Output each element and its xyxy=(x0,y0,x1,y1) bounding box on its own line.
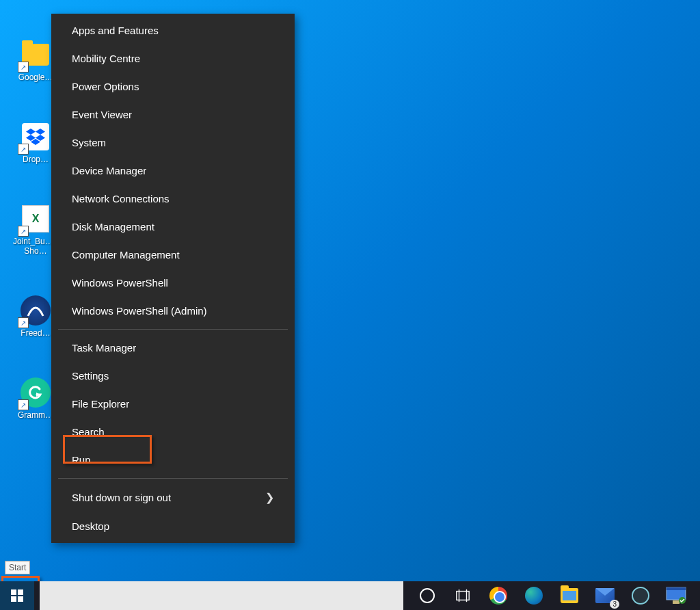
menu-item-label: Disk Management xyxy=(72,221,154,233)
menu-item-disk-management[interactable]: Disk Management xyxy=(51,213,295,241)
svg-rect-10 xyxy=(667,587,686,590)
menu-item-label: Mobility Centre xyxy=(72,53,140,64)
menu-item-label: Windows PowerShell (Admin) xyxy=(72,305,207,317)
taskbar-app-edge[interactable] xyxy=(522,584,546,607)
menu-item-label: Power Options xyxy=(72,81,139,92)
menu-item-system[interactable]: System xyxy=(51,129,295,157)
menu-item-label: File Explorer xyxy=(72,398,129,410)
taskbar-app-mail[interactable]: 3 xyxy=(593,584,617,607)
menu-item-powershell[interactable]: Windows PowerShell xyxy=(51,269,295,297)
taskbar-app-generic[interactable] xyxy=(629,584,652,607)
menu-item-label: System xyxy=(72,137,106,148)
start-button[interactable] xyxy=(0,581,34,610)
menu-item-label: Event Viewer xyxy=(72,109,132,120)
menu-separator xyxy=(58,478,288,479)
menu-item-shutdown[interactable]: Shut down or sign out ❯ xyxy=(51,483,295,512)
taskbar-tray: 3 xyxy=(403,581,700,610)
menu-item-event-viewer[interactable]: Event Viewer xyxy=(51,101,295,129)
menu-item-power-options[interactable]: Power Options xyxy=(51,72,295,101)
menu-item-powershell-admin[interactable]: Windows PowerShell (Admin) xyxy=(51,297,295,325)
svg-marker-1 xyxy=(36,129,45,135)
taskbar-app-remote[interactable] xyxy=(664,584,688,607)
menu-item-run[interactable]: Run xyxy=(51,446,295,474)
mail-badge: 3 xyxy=(610,600,619,609)
desktop-icon-label: Google… xyxy=(18,72,53,82)
menu-item-label: Settings xyxy=(72,370,109,382)
windows-logo-icon xyxy=(11,589,23,602)
monitor-icon xyxy=(666,587,686,605)
cortana-icon xyxy=(420,588,435,603)
taskbar-app-chrome[interactable] xyxy=(487,584,510,607)
file-explorer-icon xyxy=(561,588,578,603)
winx-context-menu: Apps and Features Mobility Centre Power … xyxy=(51,14,295,543)
menu-item-label: Desktop xyxy=(72,520,109,532)
menu-item-label: Run xyxy=(72,454,91,466)
menu-item-settings[interactable]: Settings xyxy=(51,362,295,390)
menu-separator xyxy=(58,329,288,330)
svg-rect-6 xyxy=(457,592,469,600)
menu-item-label: Apps and Features xyxy=(72,25,159,36)
shortcut-arrow-icon: ↗ xyxy=(18,144,29,155)
desktop-icon-label: Drop… xyxy=(23,155,49,164)
menu-item-label: Search xyxy=(72,426,105,438)
app-icon xyxy=(632,587,649,605)
chevron-right-icon: ❯ xyxy=(265,491,274,504)
menu-item-label: Computer Management xyxy=(72,249,180,261)
menu-item-mobility-centre[interactable]: Mobility Centre xyxy=(51,44,295,72)
start-tooltip: Start xyxy=(5,561,30,574)
menu-item-task-manager[interactable]: Task Manager xyxy=(51,334,295,362)
menu-item-device-manager[interactable]: Device Manager xyxy=(51,157,295,185)
task-view-icon xyxy=(455,588,470,603)
menu-item-desktop[interactable]: Desktop xyxy=(51,512,295,540)
shortcut-arrow-icon: ↗ xyxy=(18,317,29,328)
menu-item-label: Network Connections xyxy=(72,193,170,204)
svg-rect-11 xyxy=(673,600,679,604)
task-view-button[interactable] xyxy=(451,584,474,607)
svg-marker-0 xyxy=(26,129,36,135)
menu-item-computer-management[interactable]: Computer Management xyxy=(51,241,295,269)
menu-item-search[interactable]: Search xyxy=(51,418,295,446)
shortcut-arrow-icon: ↗ xyxy=(18,399,29,410)
menu-item-apps-features[interactable]: Apps and Features xyxy=(51,16,295,44)
taskbar-app-file-explorer[interactable] xyxy=(558,584,581,607)
menu-item-network-connections[interactable]: Network Connections xyxy=(51,185,295,213)
menu-item-label: Windows PowerShell xyxy=(72,277,168,289)
edge-icon xyxy=(525,587,543,605)
menu-item-label: Task Manager xyxy=(72,342,136,354)
chrome-icon xyxy=(489,587,507,605)
menu-item-file-explorer[interactable]: File Explorer xyxy=(51,390,295,418)
cortana-button[interactable] xyxy=(416,584,439,607)
menu-item-label: Device Manager xyxy=(72,165,146,176)
taskbar-search-area[interactable] xyxy=(40,581,403,610)
desktop-icon-label: Freed… xyxy=(21,328,50,338)
taskbar: 3 xyxy=(0,581,700,610)
shortcut-arrow-icon: ↗ xyxy=(18,62,29,72)
menu-item-label: Shut down or sign out xyxy=(72,492,171,503)
shortcut-arrow-icon: ↗ xyxy=(18,226,29,237)
desktop-icon-label: Gramm… xyxy=(18,410,53,420)
